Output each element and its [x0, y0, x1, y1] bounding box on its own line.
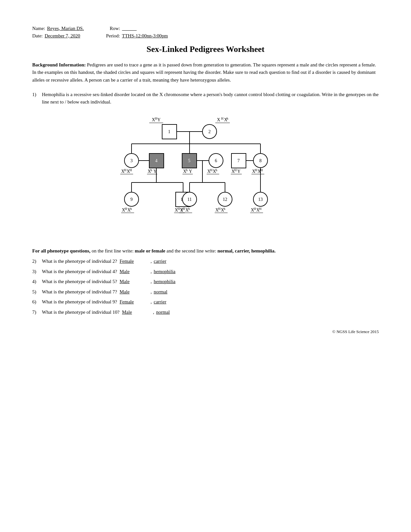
svg-text:H: H	[210, 168, 212, 172]
pheno-num-5: 7)	[32, 308, 41, 317]
pheno-ans2-2: hemophilia	[154, 278, 192, 286]
period-field: Period: TTHS-12:00nn-3:00pm	[106, 33, 168, 39]
phenotype-text1: on the first line write:	[91, 248, 135, 253]
date-field: Date: December 7, 2020	[32, 33, 80, 39]
svg-text:h: h	[130, 207, 132, 211]
pheno-num-3: 5)	[32, 288, 41, 296]
svg-text:h: h	[188, 207, 190, 211]
svg-text:h: h	[186, 168, 188, 172]
pheno-num-2: 4)	[32, 278, 41, 286]
phenotype-text2: and the second line write:	[165, 248, 218, 253]
svg-text:1: 1	[168, 129, 170, 134]
phenotype-bold1: For all phenotype questions,	[32, 248, 91, 253]
row-value: ______	[122, 26, 137, 31]
period-value: TTHS-12:00nn-3:00pm	[122, 33, 168, 39]
phenotype-bold2: male or female	[135, 248, 165, 253]
phenotype-bold3: normal, carrier, hemophilia.	[217, 248, 276, 253]
pheno-comma-3: ,	[151, 288, 152, 296]
name-label: Name:	[32, 26, 45, 31]
pheno-comma-0: ,	[151, 257, 152, 266]
svg-text:8: 8	[259, 158, 261, 163]
pheno-question-4: 4) What is the phenotype of individual 5…	[32, 278, 379, 286]
svg-text:7: 7	[237, 158, 240, 163]
pheno-text-0: What is the phenotype of individual 2?	[42, 257, 118, 266]
pheno-ans1-4: Female	[120, 298, 149, 306]
date-label: Date:	[32, 33, 43, 39]
svg-text:H: H	[234, 168, 237, 172]
pheno-ans2-1: hemophilia	[154, 268, 192, 276]
date-value: December 7, 2020	[44, 33, 80, 39]
pheno-ans1-0: Female	[120, 257, 149, 266]
svg-text:h: h	[216, 168, 217, 172]
row-label: Row:	[110, 26, 120, 31]
svg-text:H: H	[125, 207, 127, 211]
svg-text:h: h	[227, 117, 228, 120]
svg-text:H: H	[254, 207, 256, 211]
period-label: Period:	[106, 33, 120, 39]
svg-text:H: H	[221, 117, 223, 120]
footer-text: © NGSS Life Science 2015	[332, 329, 379, 334]
svg-text:2: 2	[208, 129, 210, 134]
question-1-section: 1) Hemophilia is a recessive sex-linked …	[32, 91, 379, 106]
phenotype-header: For all phenotype questions, on the firs…	[32, 247, 379, 255]
footer: © NGSS Life Science 2015	[32, 329, 379, 334]
svg-text:4: 4	[155, 158, 157, 163]
background-section: Background Information: Pedigrees are us…	[32, 61, 379, 84]
svg-text:Y: Y	[189, 169, 192, 174]
q1-text: Hemophilia is a recessive sex-linked dis…	[42, 91, 379, 106]
svg-text:Y: Y	[157, 117, 160, 122]
pheno-ans2-3: normal	[154, 288, 192, 296]
svg-text:12: 12	[223, 197, 227, 202]
question-1-intro: 1) Hemophilia is a recessive sex-linked …	[32, 91, 379, 106]
svg-text:9: 9	[130, 197, 132, 202]
header-row-2: Date: December 7, 2020 Period: TTHS-12:0…	[32, 33, 379, 39]
pheno-comma-1: ,	[151, 268, 152, 276]
pheno-question-5: 5) What is the phenotype of individual 7…	[32, 288, 379, 296]
pheno-question-7: 7) What is the phenotype of individual 1…	[32, 308, 379, 317]
pheno-num-4: 6)	[32, 298, 41, 306]
pheno-text-2: What is the phenotype of individual 5?	[42, 278, 118, 286]
svg-text:11: 11	[187, 197, 191, 202]
pheno-comma-5: ,	[153, 308, 154, 317]
svg-text:H: H	[259, 207, 261, 211]
svg-text:H: H	[218, 207, 220, 211]
pheno-text-5: What is the phenotype of individual 10?	[42, 308, 121, 317]
pheno-question-2: 2) What is the phenotype of individual 2…	[32, 257, 379, 266]
pheno-ans2-4: carrier	[154, 298, 192, 306]
pheno-text-4: What is the phenotype of individual 9?	[42, 298, 118, 306]
svg-text:H: H	[260, 168, 263, 172]
svg-text:H: H	[155, 117, 157, 120]
pheno-num-0: 2)	[32, 257, 41, 266]
header-section: Name: Reyes, Marian DS. Row: ______ Date…	[32, 26, 379, 39]
svg-text:Y: Y	[237, 169, 240, 174]
pheno-ans2-0: carrier	[154, 257, 192, 266]
pheno-ans1-5: Male	[122, 308, 151, 317]
row-field: Row: ______	[110, 26, 137, 31]
svg-text:X: X	[217, 117, 220, 122]
pheno-question-3: 3) What is the phenotype of individual 4…	[32, 268, 379, 276]
page-title: Sex-Linked Pedigrees Worksheet	[32, 44, 379, 54]
pheno-ans2-5: normal	[156, 308, 195, 317]
pheno-text-1: What is the phenotype of individual 4?	[42, 268, 118, 276]
svg-text:h: h	[151, 168, 152, 172]
pheno-num-1: 3)	[32, 268, 41, 276]
svg-text:H: H	[255, 168, 257, 172]
pheno-comma-4: ,	[151, 298, 152, 306]
svg-text:5: 5	[188, 158, 190, 163]
pedigree-svg: X H Y 1 2 X H X h 3 X H X H	[93, 112, 318, 241]
pheno-ans1-2: Male	[120, 278, 149, 286]
pheno-question-6: 6) What is the phenotype of individual 9…	[32, 298, 379, 306]
svg-text:h: h	[224, 207, 225, 211]
pedigree-diagram: X H Y 1 2 X H X h 3 X H X H	[32, 112, 379, 241]
background-bold: Background Information:	[32, 62, 86, 67]
pheno-ans1-1: Male	[120, 268, 149, 276]
svg-text:H: H	[183, 207, 185, 211]
svg-text:13: 13	[258, 197, 263, 202]
pheno-ans1-3: Male	[120, 288, 149, 296]
svg-text:6: 6	[215, 158, 217, 163]
pheno-text-3: What is the phenotype of individual 7?	[42, 288, 118, 296]
svg-text:3: 3	[130, 158, 132, 163]
svg-text:H: H	[130, 168, 132, 172]
phenotype-questions: 2) What is the phenotype of individual 2…	[32, 257, 379, 316]
svg-text:H: H	[124, 168, 126, 172]
